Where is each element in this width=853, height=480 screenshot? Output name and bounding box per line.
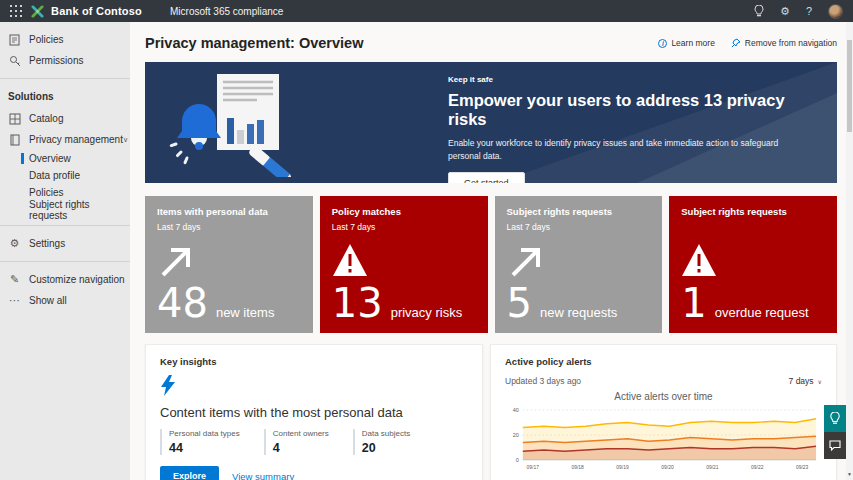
sidebar-divider	[0, 78, 130, 79]
sidebar-subitem-data-profile[interactable]: Data profile	[0, 167, 130, 184]
stat-card-value: 48	[157, 283, 208, 323]
sidebar-item-label: Show all	[29, 295, 67, 306]
lightbulb-icon	[830, 412, 840, 425]
alerts-panel-title: Active policy alerts	[505, 356, 822, 367]
alerts-chart: 0204009/1709/1809/1909/2009/2109/2209/23	[505, 404, 822, 478]
chevron-down-icon: ∨	[818, 378, 822, 385]
svg-text:09/18: 09/18	[571, 465, 584, 470]
time-range-dropdown[interactable]: 7 days ∨	[789, 376, 822, 386]
svg-text:20: 20	[513, 432, 519, 438]
chart-title: Active alerts over time	[505, 391, 822, 402]
key-insights-headline: Content items with the most personal dat…	[160, 405, 468, 420]
stat-card-label: new requests	[540, 305, 617, 320]
scrollbar-thumb[interactable]	[847, 40, 852, 132]
tips-icon[interactable]	[754, 5, 764, 17]
stat-card-items-with-personal-data[interactable]: Items with personal data Last 7 days 48 …	[145, 196, 313, 333]
warning-triangle-icon	[681, 243, 825, 281]
stat-card-policy-matches[interactable]: Policy matches Last 7 days 13 privacy ri…	[320, 196, 488, 333]
stat-label: Personal data types	[169, 429, 240, 438]
hero-headline: Empower your users to address 13 privacy…	[448, 91, 808, 129]
sidebar-item-label: Customize navigation	[29, 274, 125, 285]
remove-from-navigation-label: Remove from navigation	[745, 38, 837, 48]
stat-card-value: 1	[681, 283, 706, 323]
chevron-down-icon[interactable]: ∨	[123, 136, 128, 144]
svg-text:09/23: 09/23	[796, 465, 809, 470]
sidebar-item-policies[interactable]: Policies	[0, 29, 130, 50]
sidebar-divider	[0, 225, 130, 226]
vertical-scrollbar[interactable]: ▼	[846, 22, 853, 480]
svg-text:09/21: 09/21	[706, 465, 719, 470]
sidebar-subitem-overview[interactable]: Overview	[0, 150, 130, 167]
warning-triangle-icon	[332, 243, 476, 281]
remove-from-navigation-link[interactable]: Remove from navigation	[731, 38, 837, 48]
alerts-updated-text: Updated 3 days ago	[505, 376, 581, 386]
sidebar-item-label: Privacy management	[29, 134, 123, 145]
stat-card-subtitle	[681, 222, 825, 232]
svg-text:09/22: 09/22	[751, 465, 764, 470]
stat-data-subjects: Data subjects 20	[353, 429, 410, 455]
lightning-bolt-icon	[160, 375, 468, 400]
app-launcher-icon[interactable]	[10, 5, 22, 17]
account-avatar[interactable]	[828, 4, 843, 19]
sidebar-subitem-subject-rights-requests[interactable]: Subject rights requests	[0, 201, 130, 218]
hero-illustration-bell-document-pen	[169, 70, 304, 177]
page-title: Privacy management: Overview	[145, 35, 363, 51]
catalog-icon	[8, 112, 21, 125]
learn-more-label: Learn more	[671, 38, 714, 48]
explore-button[interactable]: Explore	[160, 466, 219, 480]
stat-card-subject-rights-new[interactable]: Subject rights requests Last 7 days 5 ne…	[495, 196, 663, 333]
feedback-chat-icon	[829, 440, 841, 451]
sidebar-item-show-all[interactable]: ⋯ Show all	[0, 290, 130, 311]
stat-label: Content owners	[273, 429, 329, 438]
scrollbar-down-arrow[interactable]: ▼	[846, 471, 853, 477]
info-icon: i	[658, 39, 667, 48]
hero-description: Enable your workforce to identify privac…	[448, 137, 793, 163]
stat-card-subtitle: Last 7 days	[157, 222, 301, 232]
sidebar-item-label: Policies	[29, 187, 63, 198]
feedback-button[interactable]	[824, 432, 846, 459]
org-name: Bank of Contoso	[51, 5, 142, 17]
stat-card-value: 5	[507, 283, 532, 323]
unpin-icon	[731, 38, 741, 48]
stat-value: 20	[362, 441, 410, 455]
sidebar-item-customize-navigation[interactable]: ✎ Customize navigation	[0, 269, 130, 290]
left-navigation: Policies Permissions Solutions Catalog P…	[0, 22, 130, 480]
stat-card-label: overdue request	[715, 305, 809, 320]
svg-text:0: 0	[516, 457, 519, 463]
stat-personal-data-types: Personal data types 44	[160, 429, 240, 455]
sidebar-item-permissions[interactable]: Permissions	[0, 50, 130, 71]
learn-more-link[interactable]: i Learn more	[658, 38, 714, 48]
bottom-panels-row: Key insights Content items with the most…	[145, 344, 837, 480]
help-tips-button[interactable]	[824, 405, 846, 432]
sidebar-item-label: Settings	[29, 238, 65, 249]
stat-content-owners: Content owners 4	[264, 429, 329, 455]
stat-card-label: privacy risks	[391, 305, 463, 320]
main-content: Privacy management: Overview i Learn mor…	[130, 22, 853, 480]
view-summary-link[interactable]: View summary	[232, 471, 294, 480]
sidebar-item-settings[interactable]: ⚙ Settings	[0, 233, 130, 254]
privacy-management-icon	[8, 133, 21, 146]
trend-arrow-icon	[157, 243, 301, 281]
stat-card-value: 13	[332, 283, 383, 323]
topbar: Bank of Contoso Microsoft 365 compliance…	[0, 0, 853, 22]
sidebar-item-catalog[interactable]: Catalog	[0, 108, 130, 129]
sidebar-item-privacy-management[interactable]: Privacy management ∨	[0, 129, 130, 150]
svg-text:40: 40	[513, 407, 519, 413]
stat-card-title: Items with personal data	[157, 206, 301, 217]
key-insights-title: Key insights	[160, 356, 468, 367]
settings-gear-icon: ⚙	[8, 237, 21, 250]
sidebar-section-solutions: Solutions	[0, 86, 130, 108]
ellipsis-icon: ⋯	[8, 294, 21, 307]
help-icon[interactable]: ?	[806, 6, 812, 17]
product-name: Microsoft 365 compliance	[170, 6, 283, 17]
get-started-button[interactable]: Get started	[448, 172, 525, 184]
svg-text:09/20: 09/20	[661, 465, 674, 470]
stat-value: 4	[273, 441, 329, 455]
stat-card-subject-rights-overdue[interactable]: Subject rights requests 1 overdue reques…	[669, 196, 837, 333]
settings-gear-icon[interactable]: ⚙	[780, 6, 790, 17]
hero-banner: Keep it safe Empower your users to addre…	[145, 62, 837, 183]
sidebar-item-label: Subject rights requests	[29, 199, 130, 221]
time-range-value: 7 days	[789, 376, 814, 386]
floating-buttons	[824, 405, 846, 459]
stat-card-subtitle: Last 7 days	[332, 222, 476, 232]
